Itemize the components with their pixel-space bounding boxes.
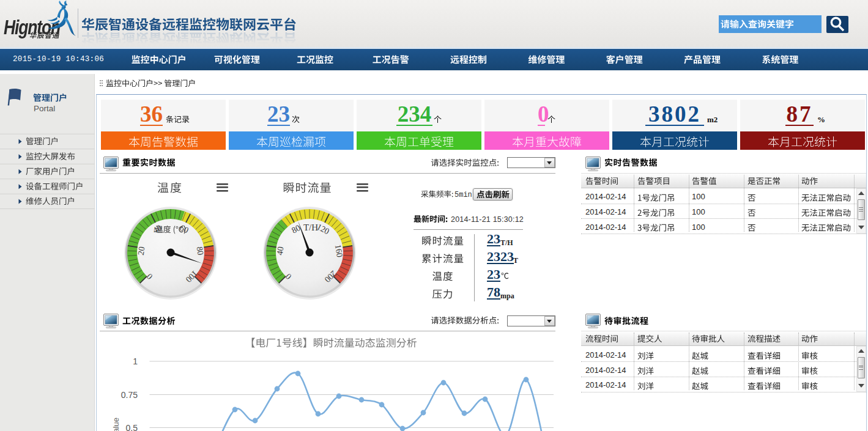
svg-text:20: 20 bbox=[136, 246, 147, 256]
svg-text:80: 80 bbox=[195, 246, 205, 256]
svg-text:40: 40 bbox=[275, 246, 286, 256]
svg-text:T/H: T/H bbox=[303, 223, 318, 232]
